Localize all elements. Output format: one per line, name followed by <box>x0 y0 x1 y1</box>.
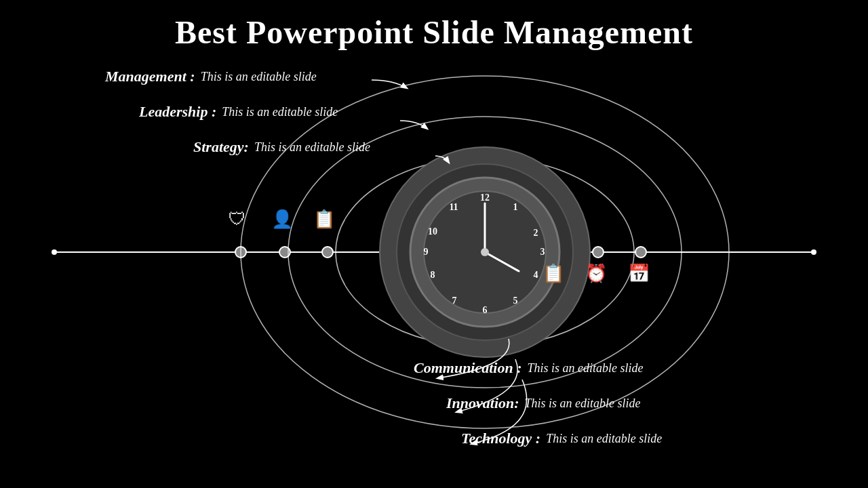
technology-key: Technology : <box>461 430 540 447</box>
svg-text:2: 2 <box>534 228 538 238</box>
svg-point-12 <box>380 147 590 357</box>
svg-text:12: 12 <box>480 192 490 203</box>
leadership-value: This is an editable slide <box>222 105 338 119</box>
communication-label-row: Communication : This is an editable slid… <box>414 359 644 377</box>
svg-point-8 <box>635 247 646 258</box>
innovation-key: Innovation: <box>446 394 519 412</box>
user-icon: 👤 <box>271 209 292 230</box>
technology-value: This is an editable slide <box>546 432 662 446</box>
svg-point-1 <box>52 249 57 255</box>
svg-text:5: 5 <box>513 296 518 306</box>
strategy-value: This is an editable slide <box>254 140 370 155</box>
svg-text:10: 10 <box>428 226 437 237</box>
strategy-label-row: Strategy: This is an editable slide <box>193 138 370 156</box>
svg-text:8: 8 <box>431 270 435 280</box>
svg-point-7 <box>593 247 604 258</box>
management-label-row: Management : This is an editable slide <box>105 68 317 85</box>
technology-label-row: Technology : This is an editable slide <box>461 430 662 447</box>
svg-point-4 <box>279 247 290 258</box>
svg-line-29 <box>485 252 519 271</box>
svg-text:9: 9 <box>424 247 429 257</box>
calendar-icon: 📅 <box>628 263 648 284</box>
list-icon: 📋 <box>313 209 334 230</box>
svg-point-3 <box>235 247 246 258</box>
innovation-value: This is an editable slide <box>525 396 641 411</box>
svg-point-6 <box>551 247 561 258</box>
svg-point-10 <box>288 117 682 388</box>
leadership-key: Leadership : <box>139 103 216 121</box>
svg-text:4: 4 <box>534 270 538 280</box>
management-key: Management : <box>105 68 195 85</box>
svg-point-2 <box>811 249 816 255</box>
innovation-label-row: Innovation: This is an editable slide <box>446 394 641 412</box>
svg-text:1: 1 <box>513 202 518 212</box>
svg-point-11 <box>336 157 634 347</box>
clipboard-icon: 📋 <box>542 263 563 284</box>
strategy-key: Strategy: <box>193 138 249 156</box>
svg-text:3: 3 <box>540 247 545 257</box>
alarm-icon: ⏰ <box>585 263 606 284</box>
svg-point-15 <box>424 191 546 313</box>
page-title: Best Powerpoint Slide Management <box>0 0 868 51</box>
slide-container: Best Powerpoint Slide Management Managem… <box>0 0 868 488</box>
management-value: This is an editable slide <box>201 70 317 84</box>
svg-point-14 <box>410 178 559 327</box>
shield-icon: 🛡 <box>227 209 248 230</box>
svg-text:11: 11 <box>449 202 458 212</box>
svg-point-13 <box>397 164 573 340</box>
leadership-label-row: Leadership : This is an editable slide <box>139 103 338 121</box>
communication-value: This is an editable slide <box>528 361 644 375</box>
svg-text:6: 6 <box>483 305 488 315</box>
svg-text:7: 7 <box>452 296 457 306</box>
communication-key: Communication : <box>414 359 522 377</box>
svg-point-5 <box>322 247 333 258</box>
svg-point-30 <box>481 248 489 256</box>
